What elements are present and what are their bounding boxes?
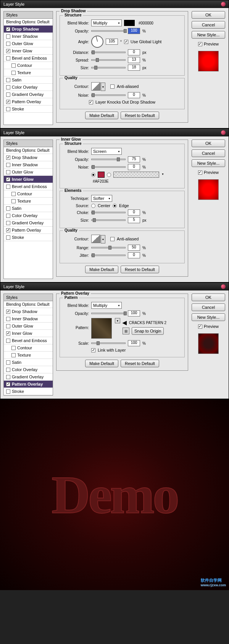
contour-picker[interactable]: ▼ — [91, 235, 100, 243]
opacity-input[interactable]: 100 — [128, 310, 140, 316]
style-satin[interactable]: Satin — [4, 359, 53, 366]
gradient-radio[interactable] — [107, 173, 111, 177]
scale-input[interactable]: 100 — [128, 340, 140, 346]
style-pattern-overlay[interactable]: Pattern Overlay — [4, 381, 53, 388]
checkbox-icon[interactable] — [6, 375, 10, 379]
checkbox-icon[interactable] — [11, 353, 16, 357]
checkbox-icon[interactable] — [6, 235, 10, 240]
checkbox-icon[interactable] — [6, 49, 10, 53]
color-radio[interactable] — [91, 173, 95, 177]
blending-options[interactable]: Blending Options: Default — [4, 301, 53, 308]
checkbox-icon[interactable] — [6, 78, 10, 82]
checkbox-icon[interactable] — [6, 42, 10, 46]
style-texture[interactable]: Texture — [4, 198, 53, 205]
style-bevel-emboss[interactable]: Bevel and Emboss — [4, 183, 53, 190]
style-texture[interactable]: Texture — [4, 69, 53, 76]
make-default-button[interactable]: Make Default — [85, 266, 118, 273]
spread-input[interactable]: 13 — [128, 57, 140, 63]
jitter-input[interactable]: 0 — [128, 252, 140, 258]
checkbox-icon[interactable] — [6, 317, 10, 321]
checkbox-icon[interactable] — [6, 382, 10, 386]
make-default-button[interactable]: Make Default — [85, 360, 118, 367]
size-slider[interactable] — [91, 219, 126, 221]
noise-input[interactable]: 0 — [128, 92, 140, 98]
style-drop-shadow[interactable]: Drop Shadow — [4, 308, 53, 315]
blending-options[interactable]: Blending Options: Default — [4, 19, 53, 26]
style-inner-shadow[interactable]: Inner Shadow — [4, 315, 53, 323]
checkbox-icon[interactable] — [6, 177, 10, 182]
checkbox-icon[interactable] — [6, 156, 10, 160]
checkbox-icon[interactable] — [6, 92, 10, 97]
checkbox-icon[interactable] — [11, 199, 16, 203]
opacity-slider[interactable] — [91, 313, 126, 314]
snap-origin-button[interactable]: Snap to Origin — [132, 327, 164, 335]
style-pattern-overlay[interactable]: Pattern Overlay — [4, 227, 53, 234]
blend-mode-dropdown[interactable]: Multiply — [91, 302, 122, 309]
range-slider[interactable] — [91, 247, 126, 248]
style-inner-shadow[interactable]: Inner Shadow — [4, 161, 53, 169]
reset-default-button[interactable]: Reset to Default — [121, 266, 159, 273]
blend-mode-dropdown[interactable]: Screen — [91, 148, 122, 155]
cancel-button[interactable]: Cancel — [192, 21, 225, 29]
style-stroke[interactable]: Stroke — [4, 388, 53, 395]
size-input[interactable]: 5 — [128, 217, 140, 223]
style-pattern-overlay[interactable]: Pattern Overlay — [4, 98, 53, 105]
style-color-overlay[interactable]: Color Overlay — [4, 84, 53, 91]
cancel-button[interactable]: Cancel — [192, 303, 225, 311]
checkbox-icon[interactable] — [6, 163, 10, 167]
style-satin[interactable]: Satin — [4, 205, 53, 212]
ok-button[interactable]: OK — [192, 11, 225, 19]
checkbox-icon[interactable] — [6, 100, 10, 104]
style-bevel-emboss[interactable]: Bevel and Emboss — [4, 55, 53, 62]
noise-slider[interactable] — [91, 94, 126, 96]
contour-picker[interactable]: ▼ — [91, 82, 100, 91]
style-contour[interactable]: Contour — [4, 190, 53, 198]
distance-input[interactable]: 0 — [128, 49, 140, 55]
checkbox-icon[interactable] — [6, 331, 10, 336]
opacity-slider[interactable] — [91, 30, 126, 32]
checkbox-icon[interactable] — [198, 170, 202, 175]
shadow-color-swatch[interactable] — [124, 20, 135, 26]
blend-mode-dropdown[interactable]: Multiply — [91, 19, 122, 26]
style-gradient-overlay[interactable]: Gradient Overlay — [4, 373, 53, 381]
distance-slider[interactable] — [91, 52, 126, 53]
checkbox-icon[interactable] — [198, 42, 202, 46]
style-contour[interactable]: Contour — [4, 62, 53, 69]
checkbox-icon[interactable] — [6, 185, 10, 189]
opacity-input[interactable]: 75 — [128, 156, 140, 162]
pattern-picker[interactable] — [91, 318, 112, 339]
new-style-button[interactable]: New Style... — [192, 159, 225, 167]
glow-color-swatch[interactable] — [98, 172, 105, 178]
angle-input[interactable]: 105 — [106, 39, 118, 45]
scale-slider[interactable] — [91, 342, 126, 344]
style-inner-shadow[interactable]: Inner Shadow — [4, 33, 53, 40]
checkbox-icon[interactable] — [6, 324, 10, 328]
checkbox-icon[interactable] — [198, 324, 202, 329]
style-color-overlay[interactable]: Color Overlay — [4, 212, 53, 219]
checkbox-icon[interactable] — [6, 85, 10, 89]
checkbox-icon[interactable] — [11, 71, 16, 75]
checkbox-icon[interactable] — [110, 84, 114, 89]
ok-button[interactable]: OK — [192, 294, 225, 301]
cancel-button[interactable]: Cancel — [192, 149, 225, 157]
new-style-button[interactable]: New Style... — [192, 313, 225, 321]
snap-origin-icon[interactable]: ⊞ — [123, 328, 129, 334]
style-outer-glow[interactable]: Outer Glow — [4, 323, 53, 330]
noise-slider[interactable] — [91, 166, 126, 168]
style-color-overlay[interactable]: Color Overlay — [4, 366, 53, 373]
style-stroke[interactable]: Stroke — [4, 105, 53, 113]
checkbox-icon[interactable] — [6, 310, 10, 314]
make-default-button[interactable]: Make Default — [85, 112, 118, 119]
checkbox-icon[interactable] — [6, 170, 10, 174]
new-style-button[interactable]: New Style... — [192, 31, 225, 39]
checkbox-icon[interactable] — [6, 389, 10, 394]
technique-dropdown[interactable]: Softer — [91, 195, 112, 202]
ok-button[interactable]: OK — [192, 140, 225, 147]
style-texture[interactable]: Texture — [4, 352, 53, 359]
reset-default-button[interactable]: Reset to Default — [121, 360, 159, 367]
close-icon[interactable] — [221, 2, 226, 6]
checkbox-icon[interactable] — [91, 348, 95, 352]
checkbox-icon[interactable] — [6, 339, 10, 343]
opacity-slider[interactable] — [91, 159, 126, 160]
noise-input[interactable]: 0 — [128, 164, 140, 170]
